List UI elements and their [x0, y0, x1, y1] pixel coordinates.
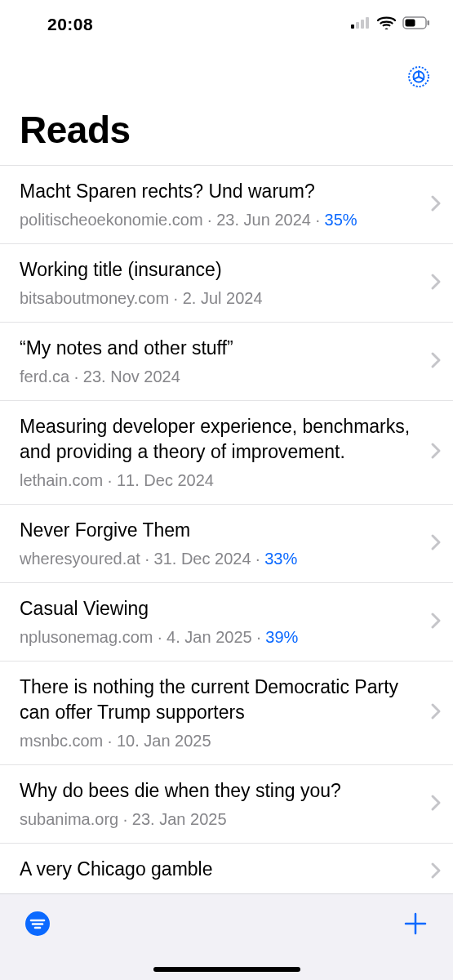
filter-button[interactable] [21, 909, 54, 942]
article-meta: subanima.org · 23. Jan 2025 [20, 808, 422, 830]
article-date: 11. Dec 2024 [117, 471, 214, 489]
article-title: Measuring developer experience, benchmar… [20, 414, 422, 465]
article-meta: wheresyoured.at · 31. Dec 2024 · 33% [20, 548, 422, 569]
battery-icon [402, 16, 430, 33]
article-title: Working title (insurance) [20, 257, 422, 283]
article-title: There is nothing the current Democratic … [20, 675, 422, 725]
article-title: Why do bees die when they sting you? [20, 778, 422, 804]
article-row-content: A very Chicago gamble [20, 857, 422, 887]
svg-rect-2 [361, 20, 364, 29]
bottom-toolbar [0, 893, 453, 980]
article-row-content: Never Forgive Themwheresyoured.at · 31. … [20, 518, 422, 569]
status-bar: 20:08 [0, 0, 453, 46]
article-row[interactable]: Working title (insurance)bitsaboutmoney.… [0, 244, 453, 323]
settings-button[interactable] [404, 64, 433, 93]
chevron-right-icon [430, 273, 442, 294]
cell-signal-icon [351, 17, 371, 32]
article-row[interactable]: There is nothing the current Democratic … [0, 662, 453, 765]
add-button[interactable] [399, 909, 432, 942]
article-date: 23. Nov 2024 [83, 368, 180, 385]
gear-icon [406, 64, 432, 93]
article-row-content: Macht Sparen rechts? Und warum?politisch… [20, 179, 422, 230]
article-domain: wheresyoured.at [20, 550, 140, 568]
article-meta: ferd.ca · 23. Nov 2024 [20, 366, 422, 387]
chevron-right-icon [430, 351, 442, 372]
article-date: 31. Dec 2024 [154, 550, 251, 568]
article-row[interactable]: Why do bees die when they sting you?suba… [0, 765, 453, 844]
article-meta: politischeoekonomie.com · 23. Jun 2024 ·… [20, 209, 422, 230]
filter-icon [24, 910, 51, 941]
article-domain: subanima.org [20, 810, 118, 828]
chevron-right-icon [430, 533, 442, 555]
article-domain: msnbc.com [20, 732, 103, 750]
svg-rect-6 [428, 20, 430, 25]
article-domain: nplusonemag.com [20, 628, 153, 646]
svg-rect-1 [356, 22, 359, 29]
article-date: 10. Jan 2025 [117, 732, 211, 750]
article-meta: lethain.com · 11. Dec 2024 [20, 470, 422, 491]
chevron-right-icon [430, 194, 442, 216]
article-date: 2. Jul 2024 [183, 289, 263, 307]
article-domain: ferd.ca [20, 368, 69, 385]
article-row[interactable]: Macht Sparen rechts? Und warum?politisch… [0, 166, 453, 244]
chevron-right-icon [430, 862, 442, 883]
article-date: 23. Jun 2024 [216, 211, 311, 229]
article-title: Casual Viewing [20, 596, 422, 621]
article-row-content: Measuring developer experience, benchmar… [20, 414, 422, 491]
page-title: Reads [0, 101, 453, 165]
chevron-right-icon [430, 702, 442, 724]
chevron-right-icon [430, 612, 442, 633]
article-meta: nplusonemag.com · 4. Jan 2025 · 39% [20, 626, 422, 648]
wifi-icon [377, 16, 396, 33]
article-meta: msnbc.com · 10. Jan 2025 [20, 730, 422, 751]
article-progress: 33% [264, 550, 297, 568]
article-row[interactable]: Casual Viewingnplusonemag.com · 4. Jan 2… [0, 583, 453, 662]
article-row-content: There is nothing the current Democratic … [20, 675, 422, 751]
svg-rect-0 [351, 24, 354, 29]
svg-line-10 [419, 77, 424, 79]
article-title: A very Chicago gamble [20, 857, 422, 882]
article-row[interactable]: “My notes and other stuff”ferd.ca · 23. … [0, 323, 453, 401]
article-row-content: Why do bees die when they sting you?suba… [20, 778, 422, 830]
article-date: 23. Jan 2025 [132, 810, 227, 828]
plus-icon [402, 911, 429, 940]
article-progress: 39% [265, 628, 298, 646]
chevron-right-icon [430, 442, 442, 463]
article-domain: lethain.com [20, 471, 103, 489]
article-row-content: Casual Viewingnplusonemag.com · 4. Jan 2… [20, 596, 422, 648]
svg-line-11 [414, 77, 419, 79]
article-row[interactable]: Measuring developer experience, benchmar… [0, 401, 453, 505]
article-row[interactable]: A very Chicago gamble [0, 844, 453, 893]
nav-bar [0, 46, 453, 101]
svg-rect-3 [366, 17, 369, 29]
article-title: Never Forgive Them [20, 518, 422, 543]
article-row[interactable]: Never Forgive Themwheresyoured.at · 31. … [0, 505, 453, 583]
status-time: 20:08 [47, 15, 93, 34]
article-title: Macht Sparen rechts? Und warum? [20, 179, 422, 204]
article-row-content: “My notes and other stuff”ferd.ca · 23. … [20, 336, 422, 387]
article-domain: politischeoekonomie.com [20, 211, 203, 229]
home-indicator[interactable] [153, 967, 300, 972]
article-row-content: Working title (insurance)bitsaboutmoney.… [20, 257, 422, 309]
article-title: “My notes and other stuff” [20, 336, 422, 361]
article-list: Macht Sparen rechts? Und warum?politisch… [0, 165, 453, 893]
article-date: 4. Jan 2025 [167, 628, 252, 646]
article-meta: bitsaboutmoney.com · 2. Jul 2024 [20, 287, 422, 309]
svg-rect-5 [406, 20, 415, 27]
chevron-right-icon [430, 794, 442, 815]
status-icons [351, 16, 430, 33]
article-progress: 35% [325, 211, 358, 229]
article-domain: bitsaboutmoney.com [20, 289, 169, 307]
